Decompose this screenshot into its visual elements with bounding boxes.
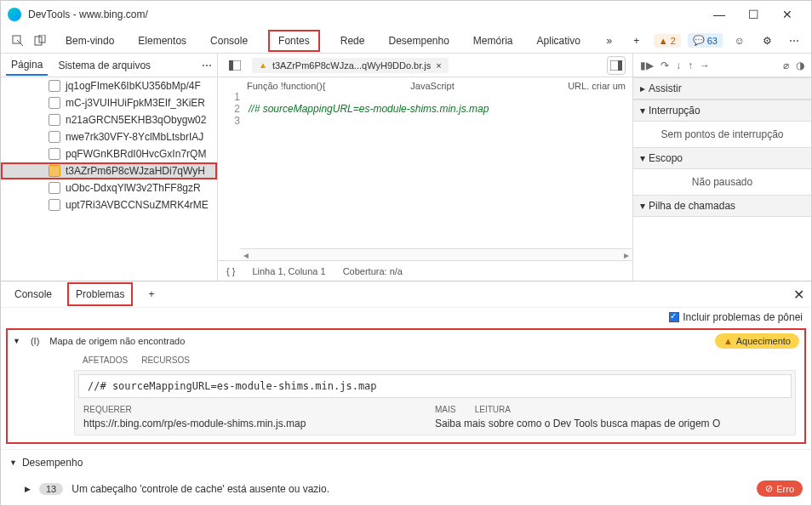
- no-breakpoints-text: Sem pontos de interrupção: [633, 122, 811, 147]
- file-tab-label: t3AZrPm6P8cWJza...qWyH9DDo.br.js: [272, 60, 431, 71]
- tab-performance[interactable]: Desempenho: [385, 30, 452, 52]
- issue-more-label-a: MAIS: [435, 405, 455, 414]
- tab-console[interactable]: Console: [207, 30, 251, 52]
- file-item[interactable]: mC-j3VUIHUiFpkM3EIf_3KiER: [1, 94, 217, 111]
- file-icon: [49, 182, 60, 194]
- issue-severity-badge: ▲Aquecimento: [715, 333, 799, 349]
- step-out-icon[interactable]: ↑: [688, 60, 693, 71]
- svg-rect-4: [229, 60, 233, 71]
- performance-group-header[interactable]: ▼ Desempenho: [1, 449, 811, 475]
- include-ponies-checkbox[interactable]: Incluir problemas de pônei: [669, 311, 803, 323]
- breakpoints-section[interactable]: ▾Interrupção: [633, 99, 811, 122]
- issue-code-snippet: //# sourceMappingURL=es-module-shims.min…: [78, 374, 792, 398]
- editor-statusbar: { } Linha 1, Coluna 1 Cobertura: n/a: [218, 260, 632, 281]
- issue-request-url[interactable]: https://r.bing.com/rp/es-module-shims.mi…: [83, 418, 435, 429]
- tab-elements[interactable]: Elementos: [134, 30, 190, 52]
- issue-group: ▼ (I) Mapa de origem não encontrado ▲Aqu…: [6, 328, 806, 444]
- tab-memory[interactable]: Memória: [470, 30, 517, 52]
- drawer-close-icon[interactable]: ✕: [793, 287, 804, 303]
- file-tab-close-icon[interactable]: ×: [436, 60, 441, 71]
- issue-title: Mapa de origem não encontrado: [49, 336, 185, 346]
- messages-badge[interactable]: 💬 63: [688, 33, 723, 48]
- checkbox-icon: [669, 312, 679, 322]
- open-file-tab[interactable]: ▲ t3AZrPm6P8cWJza...qWyH9DDo.br.js ×: [252, 58, 449, 73]
- code-editor[interactable]: Função !function(){ JavaScript URL. cria…: [218, 77, 632, 260]
- maximize-button[interactable]: ☐: [736, 4, 770, 25]
- step-over-icon[interactable]: ↷: [660, 60, 669, 71]
- resume-icon[interactable]: ▮▶: [640, 60, 654, 71]
- file-item[interactable]: nwe7rk30VFY-8YclMbLtsbrIAJ: [1, 128, 217, 145]
- scroll-left-icon[interactable]: ◂: [240, 249, 252, 261]
- drawer-problems-tab[interactable]: Problemas: [67, 282, 133, 306]
- deactivate-breakpoints-icon[interactable]: ⌀: [783, 60, 789, 71]
- tab-network[interactable]: Rede: [337, 30, 369, 52]
- coverage-status: Cobertura: n/a: [343, 266, 403, 276]
- expand-icon[interactable]: ▼: [9, 458, 17, 467]
- issue-learn-more[interactable]: Saiba mais sobre como o Dev Tools busca …: [435, 418, 786, 429]
- close-button[interactable]: ✕: [770, 4, 804, 25]
- callstack-section[interactable]: ▾Pilha de chamadas: [633, 195, 811, 217]
- settings-icon[interactable]: ⚙: [757, 31, 777, 51]
- kebab-icon[interactable]: ⋯: [784, 31, 804, 51]
- file-item-selected[interactable]: t3AZrPm6P8cWJzaHDi7qWyH: [1, 162, 217, 179]
- file-item[interactable]: upt7Ri3AVBCCNSuZMRK4rME: [1, 196, 217, 213]
- step-icon[interactable]: →: [700, 60, 710, 71]
- cursor-position: Linha 1, Coluna 1: [252, 266, 325, 276]
- inspect-icon[interactable]: [8, 31, 28, 51]
- scroll-right-icon[interactable]: ▸: [620, 249, 632, 261]
- performance-issue-row[interactable]: ▶ 13 Um cabeçalho 'controle de cache' es…: [1, 475, 811, 505]
- navigator-page-tab[interactable]: Página: [6, 55, 48, 76]
- more-tabs-icon[interactable]: »: [599, 31, 620, 51]
- show-navigator-icon[interactable]: [225, 55, 245, 76]
- drawer-tabs: Console Problemas + ✕: [1, 281, 811, 307]
- file-item[interactable]: jq1ogFImeK6IbKU356bMp/4F: [1, 77, 217, 94]
- issue-count-badge: 13: [39, 483, 63, 495]
- minimize-button[interactable]: —: [702, 4, 736, 25]
- tab-welcome[interactable]: Bem-vindo: [62, 30, 117, 52]
- file-icon: [49, 148, 60, 160]
- window-titlebar: DevTools - www.bing.com/ — ☐ ✕: [1, 1, 811, 28]
- plus-icon[interactable]: +: [626, 31, 647, 51]
- pause-exceptions-icon[interactable]: ◑: [796, 60, 804, 71]
- warning-icon: ▲: [259, 60, 267, 70]
- main-toolbar: Bem-vindo Elementos Console Fontes Rede …: [1, 28, 811, 54]
- editor-tabs: ▲ t3AZrPm6P8cWJza...qWyH9DDo.br.js ×: [218, 54, 632, 77]
- issue-resources-tab[interactable]: RECURSOS: [141, 355, 190, 365]
- issue-info-icon: (I): [31, 336, 39, 346]
- feedback-icon[interactable]: ☺: [729, 31, 750, 51]
- tab-application[interactable]: Aplicativo: [534, 30, 584, 52]
- expand-icon[interactable]: ▶: [25, 485, 31, 493]
- window-title: DevTools - www.bing.com/: [28, 9, 702, 20]
- navigator-overflow-icon[interactable]: ⋯: [202, 60, 212, 71]
- messages-count: 63: [707, 36, 718, 46]
- pretty-print-icon[interactable]: { }: [226, 266, 235, 276]
- line-number: 3: [225, 115, 240, 127]
- step-into-icon[interactable]: ↓: [676, 60, 681, 71]
- drawer-add-tab[interactable]: +: [141, 284, 161, 304]
- file-item[interactable]: n21aGRCN5EKHB3qObygw02: [1, 111, 217, 128]
- editor-func-label: Função !function(){: [247, 81, 325, 91]
- include-ponies-label: Incluir problemas de pônei: [683, 311, 803, 323]
- show-debugger-icon[interactable]: [607, 56, 626, 75]
- file-item[interactable]: pqFWGnKBRdI0HvcGxIn7rQM: [1, 145, 217, 162]
- horizontal-scrollbar[interactable]: ◂ ▸: [240, 248, 632, 260]
- issue-request-label: REQUERER: [83, 405, 435, 414]
- issue-affected-tab[interactable]: AFETADOS: [83, 355, 128, 365]
- warnings-badge[interactable]: ▲ 2: [654, 34, 681, 48]
- file-item[interactable]: uObc-DdxqYlW3v2ThFF8gzR: [1, 179, 217, 196]
- tab-sources[interactable]: Fontes: [268, 30, 320, 52]
- file-icon: [49, 80, 60, 92]
- device-icon[interactable]: [30, 31, 50, 51]
- file-icon: [49, 131, 60, 143]
- warnings-count: 2: [671, 36, 676, 46]
- navigator-filesystem-tab[interactable]: Sistema de arquivos: [53, 56, 156, 75]
- error-badge: ⊘Erro: [757, 480, 803, 497]
- editor-lang-label: JavaScript: [410, 81, 454, 91]
- performance-title: Desempenho: [22, 457, 83, 469]
- expand-icon[interactable]: ▼: [13, 337, 20, 345]
- drawer-console-tab[interactable]: Console: [8, 284, 59, 304]
- file-icon: [49, 114, 60, 126]
- scope-section[interactable]: ▾Escopo: [633, 147, 811, 169]
- watch-section[interactable]: ▸Assistir: [633, 77, 811, 99]
- file-icon: [49, 199, 60, 211]
